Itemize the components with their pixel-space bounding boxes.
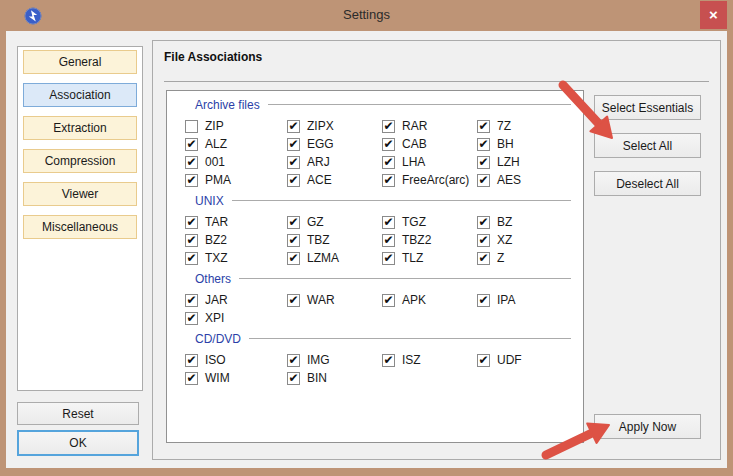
checkbox-7z[interactable]: ✔7Z — [477, 117, 583, 135]
checked-checkbox-icon: ✔ — [287, 216, 300, 229]
checkbox-rar[interactable]: ✔RAR — [382, 117, 477, 135]
ok-button[interactable]: OK — [17, 430, 139, 456]
checkbox-wim[interactable]: ✔WIM — [185, 369, 287, 387]
checkbox-z[interactable]: ✔Z — [477, 249, 583, 267]
checkbox-img[interactable]: ✔IMG — [287, 351, 382, 369]
checked-checkbox-icon: ✔ — [287, 138, 300, 151]
select-essentials-button[interactable]: Select Essentials — [594, 95, 701, 120]
checked-checkbox-icon: ✔ — [287, 252, 300, 265]
sidebar-item-association[interactable]: Association — [23, 83, 137, 107]
checkbox-xpi[interactable]: ✔XPI — [185, 309, 287, 327]
checkbox-label: TLZ — [402, 251, 423, 265]
checkbox-label: ZIPX — [307, 119, 334, 133]
checked-checkbox-icon: ✔ — [287, 156, 300, 169]
checked-checkbox-icon: ✔ — [185, 216, 198, 229]
checkbox-cab[interactable]: ✔CAB — [382, 135, 477, 153]
checkbox-label: WAR — [307, 293, 335, 307]
checkbox-tbz2[interactable]: ✔TBZ2 — [382, 231, 477, 249]
checkbox-apk[interactable]: ✔APK — [382, 291, 477, 309]
checkbox-freearc-arc[interactable]: ✔FreeArc(arc) — [382, 171, 477, 189]
checkbox-zip[interactable]: ZIP — [185, 117, 287, 135]
group-header: UNIX — [167, 193, 583, 208]
checkbox-arj[interactable]: ✔ARJ — [287, 153, 382, 171]
checkbox-jar[interactable]: ✔JAR — [185, 291, 287, 309]
group-divider — [249, 338, 571, 339]
page-title: File Associations — [164, 50, 262, 64]
checkbox-label: TGZ — [402, 215, 426, 229]
checked-checkbox-icon: ✔ — [477, 294, 490, 307]
checkbox-pma[interactable]: ✔PMA — [185, 171, 287, 189]
close-button[interactable]: × — [700, 1, 727, 29]
group-title: Archive files — [195, 98, 260, 112]
sidebar-item-viewer[interactable]: Viewer — [23, 182, 137, 206]
checkbox-label: BZ — [497, 215, 512, 229]
deselect-all-button[interactable]: Deselect All — [594, 171, 701, 196]
group-others: Others✔JAR✔WAR✔APK✔IPA✔XPI — [167, 271, 583, 327]
checkbox-egg[interactable]: ✔EGG — [287, 135, 382, 153]
checked-checkbox-icon: ✔ — [477, 138, 490, 151]
checkbox-aes[interactable]: ✔AES — [477, 171, 583, 189]
sidebar-item-miscellaneous[interactable]: Miscellaneous — [23, 215, 137, 239]
group-cd-dvd: CD/DVD✔ISO✔IMG✔ISZ✔UDF✔WIM✔BIN — [167, 331, 583, 387]
checkbox-tbz[interactable]: ✔TBZ — [287, 231, 382, 249]
group-divider — [268, 104, 571, 105]
group-header: Others — [167, 271, 583, 286]
checkbox-udf[interactable]: ✔UDF — [477, 351, 583, 369]
group-header: Archive files — [167, 97, 583, 112]
checkbox-isz[interactable]: ✔ISZ — [382, 351, 477, 369]
checked-checkbox-icon: ✔ — [382, 120, 395, 133]
group-title: UNIX — [195, 194, 224, 208]
checkbox-label: ALZ — [205, 137, 227, 151]
reset-button[interactable]: Reset — [17, 402, 139, 425]
checked-checkbox-icon: ✔ — [477, 156, 490, 169]
apply-now-button[interactable]: Apply Now — [594, 414, 701, 439]
checkbox-war[interactable]: ✔WAR — [287, 291, 382, 309]
checked-checkbox-icon: ✔ — [287, 174, 300, 187]
checked-checkbox-icon: ✔ — [477, 354, 490, 367]
checkbox-tar[interactable]: ✔TAR — [185, 213, 287, 231]
checkbox-xz[interactable]: ✔XZ — [477, 231, 583, 249]
checkbox-lzma[interactable]: ✔LZMA — [287, 249, 382, 267]
checkbox-ipa[interactable]: ✔IPA — [477, 291, 583, 309]
checked-checkbox-icon: ✔ — [477, 174, 490, 187]
checkbox-bz2[interactable]: ✔BZ2 — [185, 231, 287, 249]
checkbox-iso[interactable]: ✔ISO — [185, 351, 287, 369]
checkbox-label: IPA — [497, 293, 515, 307]
checked-checkbox-icon: ✔ — [477, 216, 490, 229]
checkbox-label: LZMA — [307, 251, 339, 265]
checked-checkbox-icon: ✔ — [382, 216, 395, 229]
group-title: Others — [195, 272, 231, 286]
checkbox-lzh[interactable]: ✔LZH — [477, 153, 583, 171]
sidebar-item-general[interactable]: General — [23, 50, 137, 74]
checkbox-gz[interactable]: ✔GZ — [287, 213, 382, 231]
action-buttons: Select EssentialsSelect AllDeselect All — [594, 95, 701, 209]
sidebar-item-compression[interactable]: Compression — [23, 149, 137, 173]
checked-checkbox-icon: ✔ — [382, 174, 395, 187]
checkbox-label: ACE — [307, 173, 332, 187]
checkbox-grid: ZIP✔ZIPX✔RAR✔7Z✔ALZ✔EGG✔CAB✔BH✔001✔ARJ✔L… — [167, 117, 583, 189]
group-title: CD/DVD — [195, 332, 241, 346]
checked-checkbox-icon: ✔ — [185, 138, 198, 151]
checked-checkbox-icon: ✔ — [287, 354, 300, 367]
checkbox-tgz[interactable]: ✔TGZ — [382, 213, 477, 231]
checked-checkbox-icon: ✔ — [382, 252, 395, 265]
checkbox-zipx[interactable]: ✔ZIPX — [287, 117, 382, 135]
checkbox-label: TBZ — [307, 233, 330, 247]
checkbox-lha[interactable]: ✔LHA — [382, 153, 477, 171]
checkbox-001[interactable]: ✔001 — [185, 153, 287, 171]
checkbox-tlz[interactable]: ✔TLZ — [382, 249, 477, 267]
checkbox-bh[interactable]: ✔BH — [477, 135, 583, 153]
checkbox-bz[interactable]: ✔BZ — [477, 213, 583, 231]
checkbox-txz[interactable]: ✔TXZ — [185, 249, 287, 267]
sidebar-item-extraction[interactable]: Extraction — [23, 116, 137, 140]
checked-checkbox-icon: ✔ — [185, 174, 198, 187]
group-archive-files: Archive filesZIP✔ZIPX✔RAR✔7Z✔ALZ✔EGG✔CAB… — [167, 97, 583, 189]
checkbox-bin[interactable]: ✔BIN — [287, 369, 382, 387]
checkbox-label: XPI — [205, 311, 224, 325]
checked-checkbox-icon: ✔ — [185, 312, 198, 325]
unchecked-checkbox-icon — [185, 120, 198, 133]
select-all-button[interactable]: Select All — [594, 133, 701, 158]
checked-checkbox-icon: ✔ — [287, 372, 300, 385]
checkbox-alz[interactable]: ✔ALZ — [185, 135, 287, 153]
checkbox-ace[interactable]: ✔ACE — [287, 171, 382, 189]
